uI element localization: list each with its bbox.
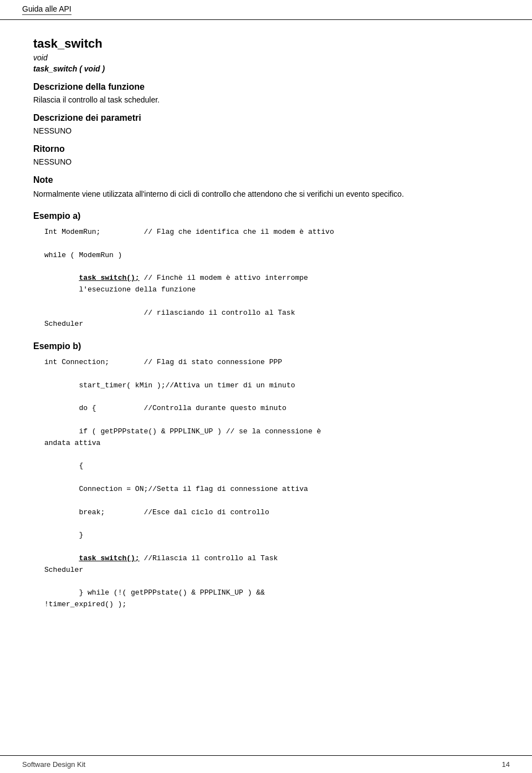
esempio-b-heading: Esempio b) [33, 341, 499, 351]
function-desc-heading: Descrizione della funzione [33, 82, 499, 92]
code-b-scheduler: Scheduler [44, 566, 83, 574]
code-b-while: } while (!( getPPPstate() & PPPLINK_UP )… [79, 588, 264, 597]
code-a-line3: while ( ModemRun ) [44, 251, 122, 259]
code-b-connection: Connection = ON;//Setta il flag di conne… [79, 485, 308, 493]
code-b-comment-ts: //Rilascia il controllo al Task [140, 554, 278, 562]
return-heading: Ritorno [33, 144, 499, 154]
page-number: 14 [502, 760, 510, 769]
code-a-scheduler: Scheduler [44, 320, 83, 328]
params-heading: Descrizione dei parametri [33, 113, 499, 123]
return-value: NESSUNO [33, 157, 499, 166]
function-desc-text: Rilascia il controllo al task scheduler. [33, 95, 499, 104]
return-type: void [33, 53, 499, 62]
code-b-line1: int Connection; // Flag di stato conness… [44, 358, 282, 366]
code-b-open-brace: { [79, 462, 83, 470]
function-signature: task_switch ( void ) [33, 64, 499, 73]
code-b-start-timer: start_timer( kMin );//Attiva un timer di… [79, 381, 295, 390]
params-value: NESSUNO [33, 126, 499, 135]
code-b-task-switch: task_switch(); [79, 554, 139, 562]
code-b-if: if ( getPPPstate() & PPPLINK_UP ) // se … [79, 427, 321, 436]
code-b-timer: !timer_expired() ); [44, 600, 126, 608]
code-a-comment1: // Finchè il modem è attivo interrompe [140, 274, 308, 282]
note-heading: Note [33, 175, 499, 185]
code-a-line1: Int ModemRun; // Flag che identifica che… [44, 228, 334, 236]
footer-title: Software Design Kit [22, 760, 85, 769]
header-title: Guida alle API [22, 4, 71, 15]
code-b-close-brace: } [79, 531, 83, 539]
code-b-do: do { //Controlla durante questo minuto [79, 404, 286, 412]
code-b-andata: andata attiva [44, 439, 100, 447]
code-a-task-switch: task_switch(); [79, 274, 139, 282]
page-header: Guida alle API [0, 0, 532, 20]
note-text: Normalmente viene utilizzata all'interno… [33, 188, 499, 200]
esempio-a-heading: Esempio a) [33, 211, 499, 221]
page-title: task_switch [33, 37, 499, 51]
code-block-a: Int ModemRun; // Flag che identifica che… [44, 227, 499, 330]
code-b-break: break; //Esce dal ciclo di controllo [79, 508, 269, 516]
main-content: task_switch void task_switch ( void ) De… [0, 20, 532, 644]
code-block-b: int Connection; // Flag di stato conness… [44, 357, 499, 611]
code-a-comment2: l'esecuzione della funzione [44, 285, 196, 294]
code-a-comment3: // rilasciando il controllo al Task [44, 309, 295, 317]
page-footer: Software Design Kit 14 [0, 755, 532, 773]
